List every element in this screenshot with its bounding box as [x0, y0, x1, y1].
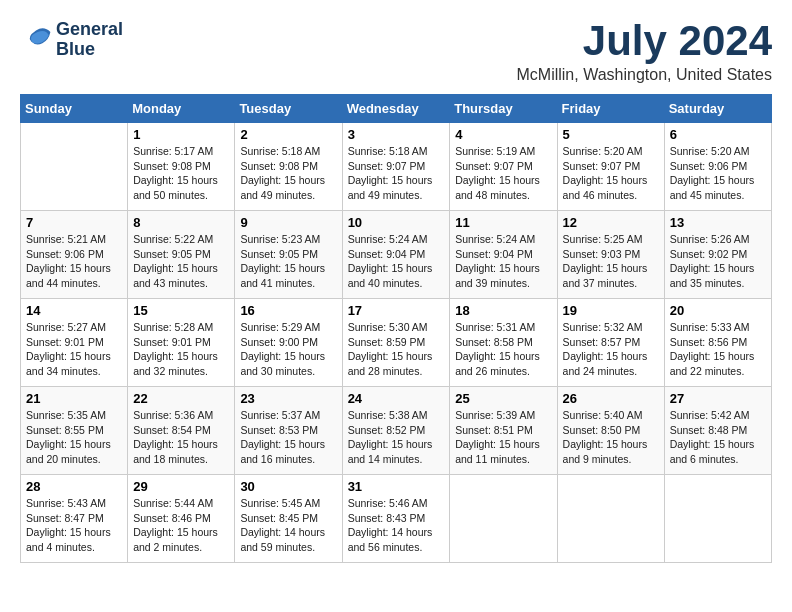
day-number: 25 [455, 391, 551, 406]
logo-icon [20, 24, 52, 56]
calendar-cell: 17Sunrise: 5:30 AM Sunset: 8:59 PM Dayli… [342, 299, 450, 387]
day-info: Sunrise: 5:43 AM Sunset: 8:47 PM Dayligh… [26, 496, 122, 555]
calendar-cell: 26Sunrise: 5:40 AM Sunset: 8:50 PM Dayli… [557, 387, 664, 475]
calendar-cell: 7Sunrise: 5:21 AM Sunset: 9:06 PM Daylig… [21, 211, 128, 299]
calendar-cell [450, 475, 557, 563]
page-header: General Blue July 2024 McMillin, Washing… [20, 20, 772, 84]
day-number: 19 [563, 303, 659, 318]
day-number: 11 [455, 215, 551, 230]
day-info: Sunrise: 5:36 AM Sunset: 8:54 PM Dayligh… [133, 408, 229, 467]
calendar-cell: 18Sunrise: 5:31 AM Sunset: 8:58 PM Dayli… [450, 299, 557, 387]
calendar-cell: 16Sunrise: 5:29 AM Sunset: 9:00 PM Dayli… [235, 299, 342, 387]
day-info: Sunrise: 5:22 AM Sunset: 9:05 PM Dayligh… [133, 232, 229, 291]
day-number: 17 [348, 303, 445, 318]
day-number: 1 [133, 127, 229, 142]
calendar-cell: 9Sunrise: 5:23 AM Sunset: 9:05 PM Daylig… [235, 211, 342, 299]
day-info: Sunrise: 5:18 AM Sunset: 9:07 PM Dayligh… [348, 144, 445, 203]
day-number: 14 [26, 303, 122, 318]
day-number: 20 [670, 303, 766, 318]
calendar-cell: 25Sunrise: 5:39 AM Sunset: 8:51 PM Dayli… [450, 387, 557, 475]
day-info: Sunrise: 5:33 AM Sunset: 8:56 PM Dayligh… [670, 320, 766, 379]
calendar-header: SundayMondayTuesdayWednesdayThursdayFrid… [21, 95, 772, 123]
day-info: Sunrise: 5:26 AM Sunset: 9:02 PM Dayligh… [670, 232, 766, 291]
calendar-cell: 28Sunrise: 5:43 AM Sunset: 8:47 PM Dayli… [21, 475, 128, 563]
day-info: Sunrise: 5:35 AM Sunset: 8:55 PM Dayligh… [26, 408, 122, 467]
logo: General Blue [20, 20, 123, 60]
column-header-tuesday: Tuesday [235, 95, 342, 123]
day-number: 27 [670, 391, 766, 406]
column-header-saturday: Saturday [664, 95, 771, 123]
column-header-friday: Friday [557, 95, 664, 123]
column-header-sunday: Sunday [21, 95, 128, 123]
day-info: Sunrise: 5:21 AM Sunset: 9:06 PM Dayligh… [26, 232, 122, 291]
calendar-cell: 31Sunrise: 5:46 AM Sunset: 8:43 PM Dayli… [342, 475, 450, 563]
day-number: 29 [133, 479, 229, 494]
calendar-cell: 4Sunrise: 5:19 AM Sunset: 9:07 PM Daylig… [450, 123, 557, 211]
day-number: 6 [670, 127, 766, 142]
calendar-cell: 8Sunrise: 5:22 AM Sunset: 9:05 PM Daylig… [128, 211, 235, 299]
day-info: Sunrise: 5:39 AM Sunset: 8:51 PM Dayligh… [455, 408, 551, 467]
calendar-cell [664, 475, 771, 563]
day-info: Sunrise: 5:30 AM Sunset: 8:59 PM Dayligh… [348, 320, 445, 379]
day-number: 4 [455, 127, 551, 142]
calendar-cell: 2Sunrise: 5:18 AM Sunset: 9:08 PM Daylig… [235, 123, 342, 211]
day-info: Sunrise: 5:25 AM Sunset: 9:03 PM Dayligh… [563, 232, 659, 291]
day-info: Sunrise: 5:27 AM Sunset: 9:01 PM Dayligh… [26, 320, 122, 379]
day-number: 23 [240, 391, 336, 406]
day-number: 7 [26, 215, 122, 230]
week-row-3: 14Sunrise: 5:27 AM Sunset: 9:01 PM Dayli… [21, 299, 772, 387]
day-number: 18 [455, 303, 551, 318]
calendar-cell: 23Sunrise: 5:37 AM Sunset: 8:53 PM Dayli… [235, 387, 342, 475]
day-info: Sunrise: 5:24 AM Sunset: 9:04 PM Dayligh… [348, 232, 445, 291]
calendar-cell: 1Sunrise: 5:17 AM Sunset: 9:08 PM Daylig… [128, 123, 235, 211]
day-info: Sunrise: 5:19 AM Sunset: 9:07 PM Dayligh… [455, 144, 551, 203]
column-header-monday: Monday [128, 95, 235, 123]
calendar-cell: 6Sunrise: 5:20 AM Sunset: 9:06 PM Daylig… [664, 123, 771, 211]
day-number: 21 [26, 391, 122, 406]
column-header-wednesday: Wednesday [342, 95, 450, 123]
calendar-cell: 29Sunrise: 5:44 AM Sunset: 8:46 PM Dayli… [128, 475, 235, 563]
day-info: Sunrise: 5:20 AM Sunset: 9:06 PM Dayligh… [670, 144, 766, 203]
day-info: Sunrise: 5:44 AM Sunset: 8:46 PM Dayligh… [133, 496, 229, 555]
day-number: 15 [133, 303, 229, 318]
calendar-cell: 3Sunrise: 5:18 AM Sunset: 9:07 PM Daylig… [342, 123, 450, 211]
calendar-cell: 13Sunrise: 5:26 AM Sunset: 9:02 PM Dayli… [664, 211, 771, 299]
week-row-5: 28Sunrise: 5:43 AM Sunset: 8:47 PM Dayli… [21, 475, 772, 563]
day-number: 30 [240, 479, 336, 494]
week-row-4: 21Sunrise: 5:35 AM Sunset: 8:55 PM Dayli… [21, 387, 772, 475]
day-number: 9 [240, 215, 336, 230]
day-info: Sunrise: 5:42 AM Sunset: 8:48 PM Dayligh… [670, 408, 766, 467]
calendar-cell: 10Sunrise: 5:24 AM Sunset: 9:04 PM Dayli… [342, 211, 450, 299]
calendar-cell: 30Sunrise: 5:45 AM Sunset: 8:45 PM Dayli… [235, 475, 342, 563]
calendar-table: SundayMondayTuesdayWednesdayThursdayFrid… [20, 94, 772, 563]
day-number: 24 [348, 391, 445, 406]
day-info: Sunrise: 5:17 AM Sunset: 9:08 PM Dayligh… [133, 144, 229, 203]
calendar-cell [557, 475, 664, 563]
week-row-1: 1Sunrise: 5:17 AM Sunset: 9:08 PM Daylig… [21, 123, 772, 211]
day-info: Sunrise: 5:45 AM Sunset: 8:45 PM Dayligh… [240, 496, 336, 555]
day-number: 26 [563, 391, 659, 406]
column-header-thursday: Thursday [450, 95, 557, 123]
subtitle: McMillin, Washington, United States [516, 66, 772, 84]
logo-text: General Blue [56, 20, 123, 60]
calendar-cell: 21Sunrise: 5:35 AM Sunset: 8:55 PM Dayli… [21, 387, 128, 475]
title-section: July 2024 McMillin, Washington, United S… [516, 20, 772, 84]
day-info: Sunrise: 5:40 AM Sunset: 8:50 PM Dayligh… [563, 408, 659, 467]
day-number: 28 [26, 479, 122, 494]
day-info: Sunrise: 5:28 AM Sunset: 9:01 PM Dayligh… [133, 320, 229, 379]
header-row: SundayMondayTuesdayWednesdayThursdayFrid… [21, 95, 772, 123]
day-number: 31 [348, 479, 445, 494]
calendar-cell: 19Sunrise: 5:32 AM Sunset: 8:57 PM Dayli… [557, 299, 664, 387]
calendar-cell: 20Sunrise: 5:33 AM Sunset: 8:56 PM Dayli… [664, 299, 771, 387]
day-number: 8 [133, 215, 229, 230]
day-info: Sunrise: 5:24 AM Sunset: 9:04 PM Dayligh… [455, 232, 551, 291]
day-info: Sunrise: 5:29 AM Sunset: 9:00 PM Dayligh… [240, 320, 336, 379]
day-number: 3 [348, 127, 445, 142]
day-info: Sunrise: 5:31 AM Sunset: 8:58 PM Dayligh… [455, 320, 551, 379]
day-number: 13 [670, 215, 766, 230]
day-info: Sunrise: 5:46 AM Sunset: 8:43 PM Dayligh… [348, 496, 445, 555]
day-number: 5 [563, 127, 659, 142]
calendar-cell: 11Sunrise: 5:24 AM Sunset: 9:04 PM Dayli… [450, 211, 557, 299]
day-number: 12 [563, 215, 659, 230]
week-row-2: 7Sunrise: 5:21 AM Sunset: 9:06 PM Daylig… [21, 211, 772, 299]
